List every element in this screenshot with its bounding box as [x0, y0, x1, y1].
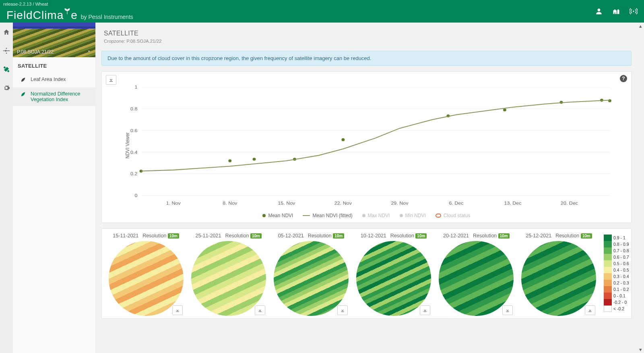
download-thumbnail-button[interactable]	[502, 305, 513, 315]
thumb-header: 25-12-2021 Resolution 10m	[526, 233, 592, 239]
nav-settings[interactable]	[2, 83, 11, 93]
thumbnails-row: 15-11-2021 Resolution 10m 25-11-2021 Res…	[107, 233, 598, 316]
thumb-header: 10-12-2021 Resolution 10m	[361, 233, 427, 239]
scale-row: 0.4 - 0.5	[604, 267, 626, 273]
left-sidebar: P.08.SOJA.21/22 SATELLITE Leaf Area Inde…	[13, 23, 96, 353]
ndvi-chart: 00.20.40.60.811. Nov8. Nov15. Nov22. Nov…	[123, 83, 617, 208]
scale-swatch	[604, 280, 612, 286]
user-icon[interactable]	[595, 7, 603, 15]
thumb-resolution-label: Resolution 10m	[225, 233, 262, 239]
scale-label: 0.7 - 0.8	[612, 248, 629, 253]
scale-row: < -0.2	[604, 305, 626, 312]
ndvi-map-circle	[356, 241, 431, 316]
scale-label: < -0.2	[612, 306, 624, 311]
chevron-down-icon[interactable]	[87, 49, 91, 55]
ndvi-thumbnail[interactable]: 20-12-2021 Resolution 10m	[437, 233, 516, 316]
scale-swatch	[604, 286, 612, 293]
nav-irrigation[interactable]	[2, 46, 11, 56]
ndvi-thumbnail[interactable]: 05-12-2021 Resolution 10m	[272, 233, 350, 316]
scale-row: 0.7 - 0.8	[604, 247, 626, 254]
top-bar: release-2.2.13 / Wheat FieldClimae by Pe…	[0, 0, 644, 23]
farm-icon[interactable]	[612, 7, 621, 15]
svg-text:0: 0	[134, 193, 137, 198]
ndvi-map-circle	[274, 241, 349, 316]
thumb-date: 05-12-2021	[278, 233, 304, 239]
legend-item[interactable]: Cloud status	[436, 213, 471, 218]
scale-swatch	[604, 299, 612, 305]
thumb-date: 15-11-2021	[113, 233, 138, 239]
svg-text:1: 1	[134, 85, 137, 90]
cropzone-thumbnail[interactable]: P.08.SOJA.21/22	[13, 23, 95, 57]
svg-text:6. Dec: 6. Dec	[449, 200, 463, 206]
download-thumbnail-button[interactable]	[585, 305, 595, 315]
scroll-down-arrow[interactable]: ▾	[637, 346, 644, 353]
scale-row: 0.6 - 0.7	[604, 254, 626, 260]
app-body: P.08.SOJA.21/22 SATELLITE Leaf Area Inde…	[0, 23, 644, 353]
svg-text:0.4: 0.4	[130, 150, 138, 155]
svg-text:29. Nov: 29. Nov	[391, 200, 408, 206]
brand-name: FieldClimae	[6, 5, 78, 22]
scroll-up-arrow[interactable]: ▴	[637, 23, 644, 29]
scale-swatch	[604, 235, 612, 241]
legend-item[interactable]: Mean NDVI (fitted)	[303, 213, 352, 218]
chart-legend: Mean NDVIMean NDVI (fitted)Max NDVIMin N…	[107, 210, 626, 220]
resolution-badge: 10m	[168, 233, 179, 239]
page-subtitle: Cropzone: P.08.SOJA.21/22	[104, 39, 629, 44]
svg-text:13. Dec: 13. Dec	[504, 200, 522, 206]
scale-row: 0.3 - 0.4	[604, 273, 626, 280]
ndvi-legend-scale: 0.9 - 10.8 - 0.90.7 - 0.80.6 - 0.70.5 - …	[604, 235, 626, 312]
info-alert: Due to the amount of cloud cover in this…	[101, 51, 632, 66]
thumb-resolution-label: Resolution 10m	[390, 233, 427, 239]
svg-text:8. Nov: 8. Nov	[223, 200, 237, 206]
thumb-date: 10-12-2021	[361, 233, 386, 239]
svg-text:0.6: 0.6	[130, 128, 138, 133]
svg-text:NDVI Viewer: NDVI Viewer	[124, 133, 130, 159]
broadcast-icon[interactable]	[630, 7, 638, 15]
ndvi-thumbnail[interactable]: 25-12-2021 Resolution 10m	[520, 233, 598, 316]
scale-swatch	[604, 260, 612, 267]
chart-download-button[interactable]	[106, 75, 116, 85]
thumb-header: 20-12-2021 Resolution 10m	[443, 233, 510, 239]
legend-item[interactable]: Min NDVI	[400, 213, 426, 218]
scale-swatch	[604, 267, 612, 273]
thumb-resolution-label: Resolution 10m	[473, 233, 510, 239]
brand-byline: by Pessl Instruments	[81, 14, 133, 20]
ndvi-map-circle	[439, 241, 514, 316]
scale-row: 0.8 - 0.9	[604, 241, 626, 247]
scale-row: 0.1 - 0.2	[604, 286, 626, 293]
scale-label: 0 - 0.1	[612, 293, 625, 298]
ndvi-thumbnail[interactable]: 10-12-2021 Resolution 10m	[355, 233, 433, 316]
scale-label: 0.4 - 0.5	[612, 268, 629, 272]
nav-home[interactable]	[2, 27, 11, 37]
ndvi-thumbnail[interactable]: 15-11-2021 Resolution 10m	[107, 233, 185, 316]
resolution-badge: 10m	[415, 233, 427, 239]
download-thumbnail-button[interactable]	[255, 305, 265, 315]
page-header: SATELLITE Cropzone: P.08.SOJA.21/22	[101, 28, 632, 45]
ndvi-map-circle	[521, 241, 596, 316]
vertical-scrollbar[interactable]: ▴ ▾	[637, 23, 644, 353]
scale-row: 0.5 - 0.6	[604, 260, 626, 267]
scale-label: -0.2 - 0	[612, 300, 627, 305]
ndvi-map-circle	[191, 241, 266, 316]
sidebar-item-ndvi[interactable]: Normalized Difference Vegetation Index	[13, 87, 95, 106]
svg-text:20. Dec: 20. Dec	[561, 200, 578, 206]
resolution-badge: 10m	[333, 233, 344, 239]
download-thumbnail-button[interactable]	[172, 305, 183, 315]
chart-area: 00.20.40.60.811. Nov8. Nov15. Nov22. Nov…	[107, 76, 626, 210]
chart-help-button[interactable]: ?	[620, 75, 627, 82]
download-thumbnail-button[interactable]	[420, 305, 430, 315]
svg-text:0.8: 0.8	[130, 106, 138, 112]
scale-label: 0.9 - 1	[612, 235, 625, 240]
thumb-header: 25-11-2021 Resolution 10m	[196, 233, 262, 239]
scale-swatch	[604, 293, 612, 299]
download-thumbnail-button[interactable]	[337, 305, 348, 315]
ndvi-thumbnail[interactable]: 25-11-2021 Resolution 10m	[189, 233, 268, 316]
scale-row: 0 - 0.1	[604, 293, 626, 299]
thumb-header: 15-11-2021 Resolution 10m	[113, 233, 179, 239]
legend-item[interactable]: Mean NDVI	[262, 213, 293, 218]
nav-satellite[interactable]	[2, 64, 11, 74]
legend-item[interactable]: Max NDVI	[362, 213, 390, 218]
sidebar-item-lai[interactable]: Leaf Area Index	[13, 73, 95, 87]
scale-swatch	[604, 241, 612, 247]
sprout-icon	[64, 5, 71, 18]
